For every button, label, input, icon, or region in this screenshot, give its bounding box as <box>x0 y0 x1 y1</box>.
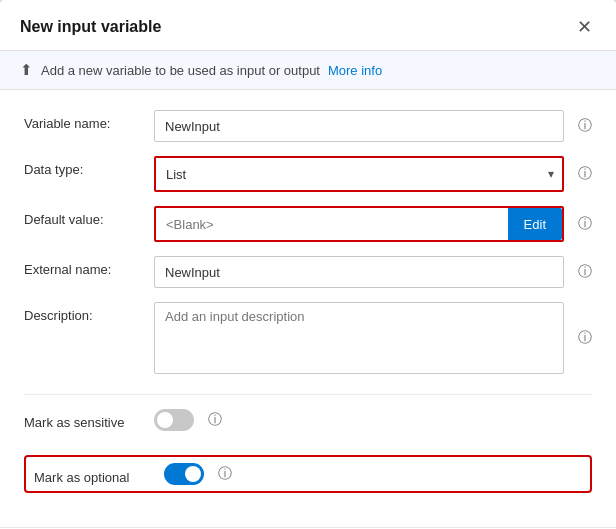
variable-name-info-icon[interactable]: ⓘ <box>578 117 592 135</box>
dialog-title: New input variable <box>20 18 161 36</box>
dialog-header: New input variable ✕ <box>0 0 616 51</box>
mark-sensitive-control: ⓘ <box>154 409 592 431</box>
default-value-control: Edit ⓘ <box>154 206 592 242</box>
description-info-icon[interactable]: ⓘ <box>578 329 592 347</box>
dialog-body: Variable name: ⓘ Data type: List Text Nu… <box>0 90 616 527</box>
mark-sensitive-label: Mark as sensitive <box>24 409 154 430</box>
description-control: ⓘ <box>154 302 592 374</box>
default-value-row: Default value: Edit ⓘ <box>24 206 592 242</box>
data-type-select-wrap: List Text Number Boolean DateTime ▾ <box>154 156 564 192</box>
variable-name-control: ⓘ <box>154 110 592 142</box>
mark-sensitive-toggle[interactable] <box>154 409 194 431</box>
external-name-info-icon[interactable]: ⓘ <box>578 263 592 281</box>
mark-optional-label: Mark as optional <box>34 464 164 485</box>
mark-optional-info-icon[interactable]: ⓘ <box>218 465 232 483</box>
mark-optional-control: ⓘ <box>164 463 582 485</box>
mark-optional-slider <box>164 463 204 485</box>
default-value-input[interactable] <box>156 208 508 240</box>
external-name-row: External name: ⓘ <box>24 256 592 288</box>
mark-optional-toggle[interactable] <box>164 463 204 485</box>
variable-name-label: Variable name: <box>24 110 154 131</box>
mark-sensitive-row: Mark as sensitive ⓘ <box>24 409 592 441</box>
mark-optional-toggle-wrap <box>164 463 204 485</box>
description-textarea[interactable] <box>154 302 564 374</box>
external-name-control: ⓘ <box>154 256 592 288</box>
data-type-label: Data type: <box>24 156 154 177</box>
data-type-info-icon[interactable]: ⓘ <box>578 165 592 183</box>
default-value-wrap: Edit <box>154 206 564 242</box>
info-bar-text: Add a new variable to be used as input o… <box>41 63 320 78</box>
default-value-label: Default value: <box>24 206 154 227</box>
data-type-row: Data type: List Text Number Boolean Date… <box>24 156 592 192</box>
mark-sensitive-toggle-wrap <box>154 409 194 431</box>
description-row: Description: ⓘ <box>24 302 592 374</box>
new-input-variable-dialog: New input variable ✕ ⬆ Add a new variabl… <box>0 0 616 529</box>
info-bar-icon: ⬆ <box>20 61 33 79</box>
mark-sensitive-slider <box>154 409 194 431</box>
close-button[interactable]: ✕ <box>573 16 596 38</box>
divider <box>24 394 592 395</box>
edit-button[interactable]: Edit <box>508 208 562 240</box>
info-bar: ⬆ Add a new variable to be used as input… <box>0 51 616 90</box>
mark-sensitive-info-icon[interactable]: ⓘ <box>208 411 222 429</box>
data-type-select[interactable]: List Text Number Boolean DateTime <box>156 158 562 190</box>
external-name-label: External name: <box>24 256 154 277</box>
external-name-input[interactable] <box>154 256 564 288</box>
variable-name-row: Variable name: ⓘ <box>24 110 592 142</box>
mark-optional-row: Mark as optional ⓘ <box>24 455 592 493</box>
more-info-link[interactable]: More info <box>328 63 382 78</box>
data-type-control: List Text Number Boolean DateTime ▾ ⓘ <box>154 156 592 192</box>
variable-name-input[interactable] <box>154 110 564 142</box>
description-label: Description: <box>24 302 154 323</box>
default-value-info-icon[interactable]: ⓘ <box>578 215 592 233</box>
